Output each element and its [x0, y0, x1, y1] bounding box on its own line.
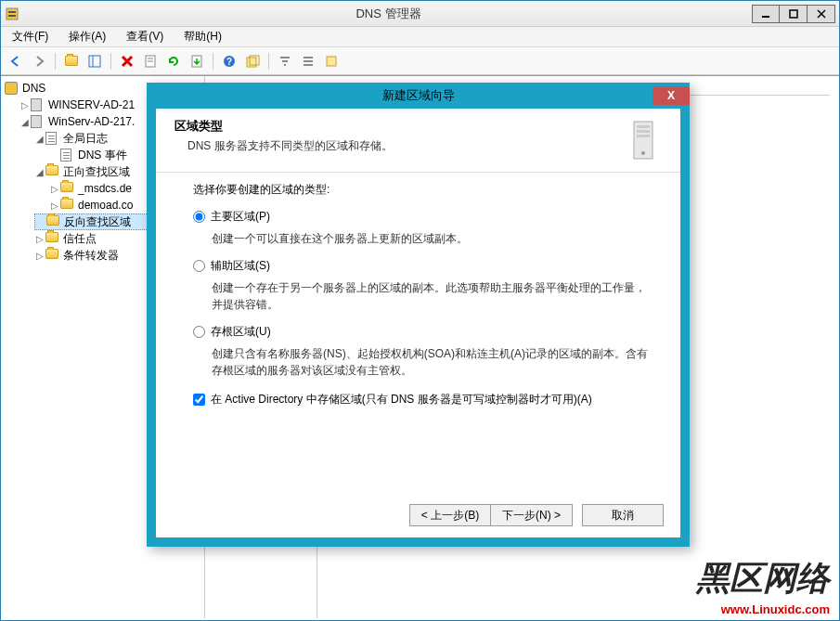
properties-button[interactable]: [141, 52, 160, 71]
menu-action[interactable]: 操作(A): [65, 27, 110, 46]
tree-label: WinServ-AD-217.: [48, 115, 135, 128]
forward-button[interactable]: [30, 52, 48, 71]
wizard-header-title: 区域类型: [174, 118, 621, 135]
svg-point-30: [641, 151, 645, 155]
up-button[interactable]: [62, 52, 81, 71]
toolbar-separator: [110, 53, 111, 70]
tree-label: DNS: [22, 82, 45, 95]
toolbar-separator: [213, 53, 213, 70]
tree-label: 全局日志: [63, 131, 108, 147]
svg-rect-7: [89, 56, 100, 67]
tree-label: _msdcs.de: [78, 182, 132, 195]
log-icon: [45, 132, 57, 145]
event-icon: [60, 149, 71, 162]
radio-stub-input[interactable]: [193, 326, 205, 338]
collapse-icon[interactable]: ◢: [34, 134, 45, 144]
window-close-button[interactable]: [808, 5, 835, 23]
expand-icon[interactable]: ▷: [49, 184, 60, 194]
new-window-button[interactable]: [243, 52, 262, 71]
radio-primary-desc: 创建一个可以直接在这个服务器上更新的区域副本。: [193, 230, 653, 247]
folder-icon: [45, 165, 58, 175]
title-bar: DNS 管理器: [1, 1, 839, 27]
toolbar: ?: [1, 47, 839, 75]
folder-icon: [45, 232, 58, 242]
cancel-button[interactable]: 取消: [582, 504, 664, 526]
expand-icon[interactable]: ▷: [49, 201, 60, 211]
dns-icon: [5, 82, 18, 95]
show-hide-tree-button[interactable]: [85, 52, 104, 71]
wizard-footer: < 上一步(B) 下一步(N) > 取消: [409, 504, 664, 526]
store-in-ad-input[interactable]: [193, 394, 205, 406]
radio-secondary-label: 辅助区域(S): [211, 258, 270, 274]
help-button[interactable]: ?: [220, 52, 239, 71]
radio-stub-desc: 创建只含有名称服务器(NS)、起始授权机构(SOA)和粘连主机(A)记录的区域的…: [193, 345, 653, 379]
expand-icon[interactable]: ▷: [34, 251, 45, 261]
radio-secondary-zone[interactable]: 辅助区域(S): [193, 258, 653, 274]
svg-rect-4: [790, 10, 797, 18]
svg-rect-20: [282, 60, 288, 62]
tree-label: 正向查找区域: [63, 164, 130, 180]
svg-rect-2: [8, 15, 16, 17]
svg-rect-25: [327, 57, 336, 66]
menu-bar: 文件(F) 操作(A) 查看(V) 帮助(H): [1, 27, 839, 47]
wizard-header-subtitle: DNS 服务器支持不同类型的区域和存储。: [174, 138, 621, 154]
menu-file[interactable]: 文件(F): [8, 27, 52, 46]
collapse-icon[interactable]: ◢: [19, 117, 31, 127]
next-button[interactable]: 下一步(N) >: [491, 504, 573, 526]
minimize-button[interactable]: [752, 5, 780, 23]
expand-icon[interactable]: ▷: [34, 234, 45, 244]
filter-button[interactable]: [276, 52, 294, 71]
server-icon: [31, 98, 42, 111]
wizard-header: 区域类型 DNS 服务器支持不同类型的区域和存储。: [156, 109, 680, 173]
svg-rect-21: [284, 64, 286, 66]
back-button[interactable]: < 上一步(B): [409, 504, 491, 526]
svg-text:?: ?: [226, 57, 232, 67]
tree-label: 条件转发器: [63, 248, 119, 264]
tree-label: WINSERV-AD-21: [48, 98, 135, 111]
watermark-url: www.Linuxidc.com: [721, 602, 830, 616]
toolbar-separator: [55, 53, 56, 70]
radio-primary-zone[interactable]: 主要区域(P): [193, 209, 653, 225]
collapse-icon[interactable]: ◢: [34, 167, 45, 177]
wizard-prompt: 选择你要创建的区域的类型:: [193, 182, 653, 198]
menu-view[interactable]: 查看(V): [123, 27, 167, 46]
store-in-ad-checkbox[interactable]: 在 Active Directory 中存储区域(只有 DNS 服务器是可写域控…: [193, 392, 653, 408]
app-icon: [5, 6, 19, 21]
watermark-brand: 黑区网络: [696, 556, 830, 602]
radio-primary-label: 主要区域(P): [211, 209, 270, 225]
export-button[interactable]: [187, 52, 206, 71]
svg-rect-29: [637, 135, 650, 137]
tree-label: demoad.co: [78, 199, 133, 212]
tree-label: 信任点: [63, 231, 97, 247]
svg-rect-1: [8, 11, 16, 13]
tree-label: 反向查找区域: [64, 214, 131, 230]
zone-icon: [60, 182, 73, 192]
toolbar-separator: [268, 53, 269, 70]
svg-rect-28: [637, 130, 650, 133]
wizard-close-button[interactable]: X: [653, 86, 690, 105]
expand-icon[interactable]: ▷: [19, 100, 31, 110]
server-tower-icon: [621, 118, 666, 162]
radio-stub-label: 存根区域(U): [211, 324, 271, 340]
server-icon: [31, 115, 42, 128]
svg-rect-0: [6, 8, 18, 19]
zone-icon: [60, 199, 73, 209]
svg-rect-27: [637, 125, 650, 128]
new-zone-wizard-dialog: 新建区域向导 X 区域类型 DNS 服务器支持不同类型的区域和存储。 选择你要创…: [147, 83, 690, 547]
radio-primary-input[interactable]: [193, 211, 205, 223]
menu-help[interactable]: 帮助(H): [180, 27, 226, 46]
refresh-button[interactable]: [164, 52, 183, 71]
details-button[interactable]: [322, 52, 341, 71]
wizard-title-bar: 新建区域向导 X: [147, 83, 690, 109]
wizard-title: 新建区域向导: [147, 87, 653, 104]
delete-button[interactable]: [118, 52, 136, 71]
store-in-ad-label: 在 Active Directory 中存储区域(只有 DNS 服务器是可写域控…: [211, 392, 592, 408]
wizard-body: 选择你要创建的区域的类型: 主要区域(P) 创建一个可以直接在这个服务器上更新的…: [156, 173, 680, 417]
list-button[interactable]: [299, 52, 317, 71]
dns-manager-window: DNS 管理器 文件(F) 操作(A) 查看(V) 帮助(H) ?: [0, 0, 840, 621]
radio-stub-zone[interactable]: 存根区域(U): [193, 324, 653, 340]
maximize-button[interactable]: [780, 5, 808, 23]
back-button[interactable]: [6, 52, 25, 71]
radio-secondary-input[interactable]: [193, 260, 205, 272]
window-title: DNS 管理器: [25, 6, 752, 22]
